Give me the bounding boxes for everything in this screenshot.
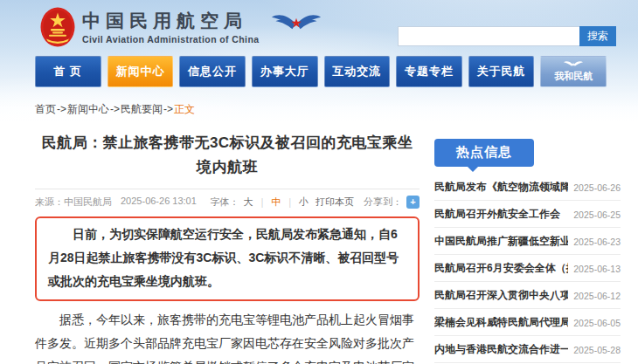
font-size-small-button[interactable]: 小 — [299, 196, 309, 209]
nav-item-info-disclosure[interactable]: 信息公开 — [179, 56, 246, 87]
hot-news-title: 梁楠会见科威特民航局代理局长杜... — [434, 315, 568, 330]
page: 中国民用航空局 Civil Aviation Administration of… — [0, 0, 638, 364]
hot-info-list: 民航局发布《航空物流领域降本提... 2025-06-26 民航局召开外航安全工… — [434, 174, 621, 364]
search-button[interactable]: 搜索 — [579, 26, 616, 46]
article-title: 民航局：禁止旅客携带无3C标识及被召回的充电宝乘坐境内航班 — [35, 131, 420, 180]
nav-item-about-caac[interactable]: 关于民航 — [468, 56, 535, 87]
article: 民航局：禁止旅客携带无3C标识及被召回的充电宝乘坐境内航班 来源：中国民航局 2… — [35, 124, 420, 364]
breadcrumb-link-caac-news[interactable]: 民航要闻 — [121, 103, 163, 115]
article-meta-right: 字体： 大 ｜ 中 ｜ 小 打印本页 分享到： + — [210, 196, 420, 209]
nav-item-interaction[interactable]: 互动交流 — [324, 56, 391, 87]
font-size-label: 字体： — [210, 196, 239, 209]
hot-news-item[interactable]: 梁楠会见科威特民航局代理局长杜... 2025-06-05 — [434, 309, 621, 336]
article-meta: 来源：中国民航局 2025-06-26 13:01 字体： 大 ｜ 中 ｜ 小 … — [35, 196, 420, 209]
title-divider — [35, 189, 420, 189]
search-input[interactable] — [398, 26, 579, 46]
nav-item-news-center[interactable]: 新闻中心 — [107, 56, 174, 87]
wing-icon — [563, 60, 584, 69]
hot-news-title: 民航局召开外航安全工作会 — [434, 207, 568, 222]
font-size-medium-button[interactable]: 中 — [271, 196, 281, 209]
highlight-notice-box: 日前，为切实保障航空运行安全，民航局发布紧急通知，自6月28日起禁止旅客携带没有… — [35, 216, 420, 301]
hot-news-title: 民航局发布《航空物流领域降本提... — [434, 180, 568, 195]
breadcrumb-link-home[interactable]: 首页 — [35, 103, 56, 115]
share-plus-icon[interactable]: + — [406, 196, 420, 209]
nav-item-special-topics[interactable]: 专题专栏 — [396, 56, 462, 87]
hot-news-item[interactable]: 民航局召开深入贯彻中央八项规定... 2025-06-12 — [434, 282, 621, 309]
breadcrumb-link-news-center[interactable]: 新闻中心 — [67, 103, 109, 115]
search-bar: 搜索 — [398, 26, 616, 46]
nav-item-label: 我和民航 — [554, 70, 593, 83]
hot-news-date: 2025-06-23 — [573, 237, 621, 247]
hot-info-tab[interactable]: 热点信息 — [434, 139, 534, 167]
font-size-divider: ｜ — [257, 196, 267, 209]
font-size-large-button[interactable]: 大 — [243, 196, 253, 209]
breadcrumb-separator: -> — [110, 103, 120, 115]
main-content: 民航局：禁止旅客携带无3C标识及被召回的充电宝乘坐境内航班 来源：中国民航局 2… — [0, 122, 638, 364]
article-paragraph: 据悉，今年以来，旅客携带的充电宝等锂电池产品机上起火冒烟事件多发。近期多个头部品… — [35, 308, 420, 364]
breadcrumb-current: 正文 — [174, 103, 195, 115]
breadcrumb-separator: -> — [57, 103, 66, 115]
hot-news-item[interactable]: 中国民航局推广新疆低空新业态“行... 2025-06-23 — [434, 228, 621, 255]
sidebar: 热点信息 民航局发布《航空物流领域降本提... 2025-06-26 民航局召开… — [434, 124, 621, 364]
main-nav: 首 页 新闻中心 信息公开 办事大厅 互动交流 专题专栏 关于民航 我和民航 — [35, 56, 607, 87]
nav-item-home[interactable]: 首 页 — [35, 56, 101, 87]
site-subtitle: Civil Aviation Administration of China — [82, 34, 259, 45]
hot-news-title: 中国民航局推广新疆低空新业态“行... — [434, 234, 568, 249]
print-page-button[interactable]: 打印本页 — [316, 196, 354, 209]
article-datetime: 2025-06-26 13:01 — [121, 196, 197, 209]
hot-news-title: 民航局召开深入贯彻中央八项规定... — [434, 288, 568, 303]
hot-news-item[interactable]: 民航局召开外航安全工作会 2025-06-25 — [434, 201, 621, 228]
site-title: 中国民用航空局 — [82, 10, 259, 32]
site-title-block: 中国民用航空局 Civil Aviation Administration of… — [82, 10, 259, 44]
site-header: 中国民用航空局 Civil Aviation Administration of… — [0, 0, 638, 122]
hot-news-item[interactable]: 民航局召开6月安委会全体（扩大）... 2025-06-13 — [434, 255, 621, 282]
share-label: 分享到： — [364, 196, 402, 209]
hot-news-date: 2025-05-28 — [573, 345, 621, 355]
hot-news-item[interactable]: 民航局发布《航空物流领域降本提... 2025-06-26 — [434, 174, 621, 201]
national-emblem-icon — [40, 7, 75, 47]
article-meta-left: 来源：中国民航局 2025-06-26 13:01 — [35, 196, 197, 209]
breadcrumb: 首页->新闻中心->民航要闻->正文 — [35, 102, 195, 117]
nav-item-service-hall[interactable]: 办事大厅 — [252, 56, 318, 87]
article-source: 来源：中国民航局 — [35, 196, 112, 209]
hot-news-title: 内地与香港民航交流合作进一步走... — [434, 342, 568, 357]
site-brand: 中国民用航空局 Civil Aviation Administration of… — [40, 7, 322, 47]
hot-news-item[interactable]: 内地与香港民航交流合作进一步走... 2025-05-28 — [434, 336, 621, 363]
nav-item-me-and-caac[interactable]: 我和民航 — [540, 56, 607, 87]
hot-news-date: 2025-06-25 — [573, 209, 621, 220]
hot-news-date: 2025-06-26 — [573, 182, 621, 193]
hot-news-title: 民航局召开6月安委会全体（扩大）... — [434, 261, 568, 276]
hot-news-date: 2025-06-12 — [573, 291, 621, 301]
hot-news-date: 2025-06-13 — [573, 264, 621, 274]
hot-news-date: 2025-06-05 — [573, 318, 621, 328]
caac-wing-icon — [271, 12, 322, 38]
font-size-divider: ｜ — [285, 196, 295, 209]
breadcrumb-separator: -> — [163, 103, 173, 115]
